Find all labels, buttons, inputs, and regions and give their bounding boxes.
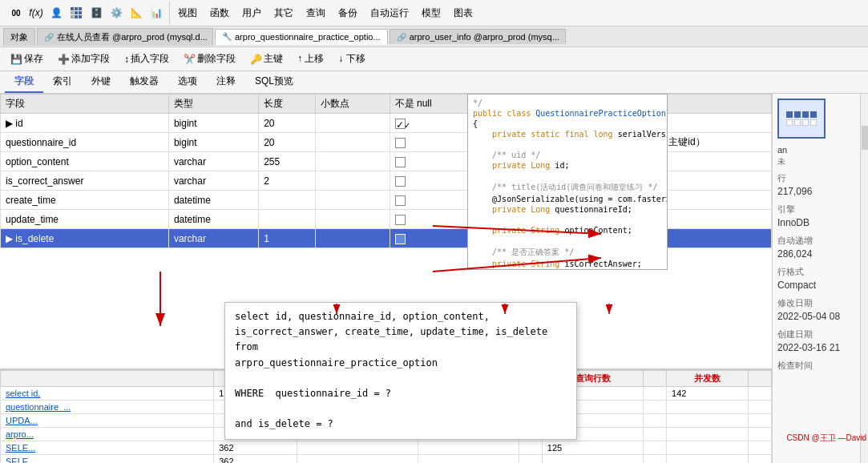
menu-backup[interactable]: 备份 [332,4,364,22]
tab-userinfo-icon: 🔗 [397,33,406,42]
menu-query[interactable]: 查询 [300,4,332,22]
tab-practice-label: arpro_questionnaire_practice_optio... [235,32,381,42]
menu-view[interactable]: 视图 [172,4,204,22]
field-name: update_time [1,210,169,229]
tab-practice[interactable]: 🔧 arpro_questionnaire_practice_optio... [215,29,388,45]
notnull-checkbox[interactable] [395,195,406,206]
menu-icons: 00 f(x) 👤 🗄️ ⚙️ 📐 📊 [3,2,170,24]
qr-val [644,414,667,428]
field-type: datetime [168,210,258,229]
code-line [471,139,664,150]
qr-val: 362 [214,455,297,464]
icon-00[interactable]: 00 [6,3,26,22]
qr-val [644,441,667,455]
save-button[interactable]: 💾 保存 [5,50,49,68]
field-length: 255 [259,152,315,171]
qr-val [297,441,418,455]
tab-online-label: 在线人员查看 @arpro_prod (mysql.d... [57,31,208,43]
qr-sql-link[interactable]: SELE... [1,441,214,455]
primary-key-button[interactable]: 🔑 主键 [244,50,289,68]
qr-conc-val: 142 [667,387,749,401]
qr-sql-link[interactable]: arpro... [1,428,214,441]
field-type: varchar [168,171,258,191]
code-line: private static final long serialVersionU… [471,129,664,139]
menu-chart[interactable]: 图表 [447,4,479,22]
notnull-checkbox[interactable] [395,176,406,187]
add-field-button[interactable]: ➕ 添加字段 [52,50,115,68]
engine-label: 引擎 [777,203,863,215]
icon-model[interactable]: 📐 [127,3,146,22]
qr-val [519,441,543,455]
code-line: public class QuestionnairePracticeOption… [471,108,664,119]
subtab-trigger[interactable]: 触发器 [120,71,168,93]
notnull-checkbox[interactable] [395,157,406,167]
icon-chart[interactable]: 📊 [147,3,166,22]
qr-val [519,455,543,464]
tab-online[interactable]: 🔗 在线人员查看 @arpro_prod (mysql.d... [37,28,213,46]
move-up-button[interactable]: ↑ 上移 [292,50,329,68]
right-scrollbar[interactable] [860,94,868,463]
subtab-index[interactable]: 索引 [43,71,82,93]
icon-table[interactable] [67,3,86,22]
code-line: */ [471,98,664,108]
qr-val [667,414,749,428]
field-length: 1 [259,229,315,248]
qr-sql-link[interactable]: select id, [1,387,214,401]
autoinc-label: 自动递增 [777,235,863,247]
qr-val [542,455,643,464]
subtab-comment[interactable]: 注释 [207,71,245,93]
col-header-field: 字段 [1,95,169,114]
sql-line-3: WHERE questionnaire_id = ? [235,386,567,401]
qr-val [749,455,772,464]
delete-field-button[interactable]: ✂️ 删除字段 [178,50,241,68]
icon-db[interactable]: 🗄️ [87,3,106,22]
menu-function[interactable]: 函数 [204,4,236,22]
qr-col-7 [644,371,667,387]
sql-line-1: select id, questionnaire_id, option_cont… [235,309,567,356]
menu-other[interactable]: 其它 [268,4,300,22]
tab-object[interactable]: 对象 [3,28,35,46]
rows-value: 217,096 [777,186,863,197]
qr-val [644,428,667,441]
menu-model[interactable]: 模型 [415,4,447,22]
qr-row-5[interactable]: SELE... 362 125 [1,441,772,455]
primary-key-label: 主键 [264,52,283,66]
right-an-label: an [777,145,863,155]
menu-autorun[interactable]: 自动运行 [364,4,415,22]
field-name: is_correct_answer [1,171,169,191]
subtab-options[interactable]: 选项 [168,71,207,93]
icon-person[interactable]: 👤 [46,3,66,22]
field-type: bigint [168,114,258,133]
menu-items: 视图 函数 用户 其它 查询 备份 自动运行 模型 图表 [172,4,479,22]
field-length [259,191,315,210]
code-line: private String isCorrectAnswer; [471,259,664,269]
icon-fx[interactable]: f(x) [26,3,46,22]
field-decimal [315,171,390,191]
qr-sql-link[interactable]: questionnaire_... [1,401,214,414]
subtab-fk[interactable]: 外键 [82,71,120,93]
qr-val [749,441,772,455]
qr-val [644,387,667,401]
icon-gear[interactable]: ⚙️ [107,3,126,22]
qr-val [749,387,772,401]
notnull-checkbox[interactable] [395,234,406,244]
scrollbar-thumb[interactable] [862,126,868,150]
create-value: 2022-03-16 21 [777,342,863,353]
field-decimal [315,210,390,229]
notnull-checkbox[interactable] [395,215,406,225]
right-check: 检查时间 [777,360,863,372]
subtab-sql[interactable]: SQL预览 [245,71,303,93]
insert-field-button[interactable]: ↕ 插入字段 [119,50,175,68]
tab-userinfo[interactable]: 🔗 arpro_user_info @arpro_prod (mysq... [390,29,566,44]
menu-user[interactable]: 用户 [236,4,268,22]
sql-popup: select id, questionnaire_id, option_cont… [224,302,577,440]
qr-row-6[interactable]: SELE... 362 [1,455,772,464]
subtab-fields[interactable]: 字段 [5,71,43,93]
qr-sql-link[interactable]: SELE... [1,455,214,464]
code-line: private Long questionnaireId; [471,204,664,215]
move-down-button[interactable]: ↓ 下移 [333,50,370,68]
move-up-label: ↑ 上移 [297,52,324,66]
notnull-checkbox[interactable] [395,138,406,148]
notnull-checkbox[interactable]: ✓ [395,119,406,129]
qr-sql-link[interactable]: UPDA... [1,414,214,428]
